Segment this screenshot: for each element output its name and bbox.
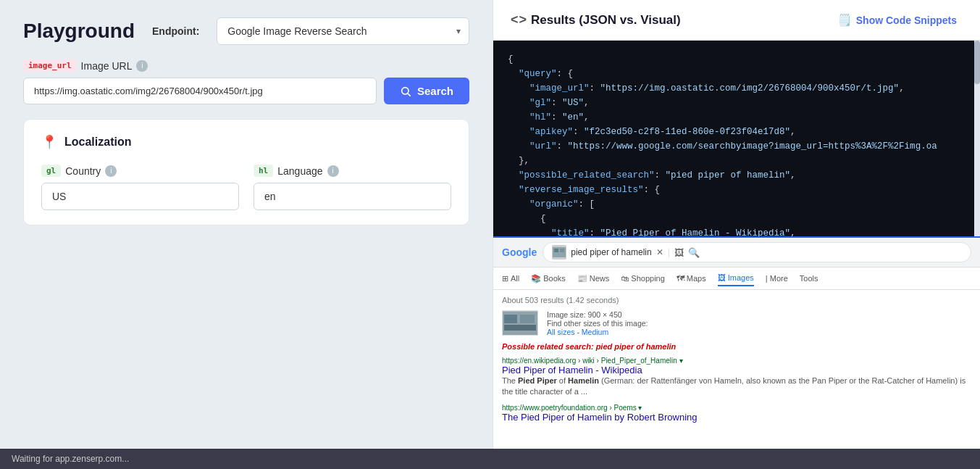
all-icon: ⊞ — [502, 274, 508, 283]
nav-tools[interactable]: Tools — [800, 271, 818, 286]
image-thumbnail — [502, 310, 538, 336]
country-input[interactable] — [41, 183, 239, 210]
news-icon: 📰 — [577, 274, 587, 283]
result-url-1: https://www.poetryfoundation.org › Poems… — [502, 404, 971, 412]
svg-rect-3 — [554, 249, 558, 252]
results-content: { "query": { "image_url": "https://img.o… — [493, 41, 980, 449]
nav-all[interactable]: ⊞ All — [502, 271, 519, 286]
json-scrollbar-thumb[interactable] — [974, 41, 980, 84]
language-field: hl Language i — [254, 165, 451, 210]
show-code-button[interactable]: 🗒️ Show Code Snippets — [832, 10, 963, 30]
country-label: Country — [65, 165, 101, 177]
results-title-row: < > Results (JSON vs. Visual) — [511, 12, 681, 28]
browser-nav: ⊞ All 📚 Books 📰 News 🛍 — [493, 267, 980, 290]
endpoint-select[interactable]: Google Image Reverse Search Google Web S… — [217, 17, 469, 45]
results-header: < > Results (JSON vs. Visual) 🗒️ Show Co… — [493, 0, 980, 41]
image-url-label-row: image_url Image URL i — [23, 59, 469, 72]
search-button-label: Search — [417, 85, 453, 97]
endpoint-label: Endpoint: — [152, 25, 199, 37]
search-icon — [400, 86, 411, 97]
nav-books[interactable]: 📚 Books — [531, 271, 566, 286]
browser-image-icon[interactable]: 🖼 — [674, 247, 684, 258]
result-item-0: https://en.wikipedia.org › wiki › Pied_P… — [502, 357, 971, 398]
localization-header: 📍 Localization — [41, 134, 451, 150]
browser-clear-icon[interactable]: ✕ — [656, 247, 663, 257]
json-scrollbar-track[interactable] — [974, 41, 980, 236]
books-icon: 📚 — [531, 274, 541, 283]
svg-rect-4 — [560, 249, 564, 252]
nav-shopping[interactable]: 🛍 Shopping — [621, 271, 665, 286]
language-badge: hl — [254, 165, 273, 177]
result-title-0[interactable]: Pied Piper of Hamelin - Wikipedia — [502, 365, 971, 375]
result-title-1[interactable]: The Pied Piper of Hamelin by Robert Brow… — [502, 412, 971, 423]
endpoint-select-wrapper: Google Image Reverse Search Google Web S… — [217, 17, 469, 45]
header-row: Playground Endpoint: Google Image Revers… — [23, 17, 469, 45]
maps-icon: 🗺 — [677, 274, 684, 283]
images-icon: 🖼 — [718, 273, 726, 282]
localization-fields: gl Country i hl Language i — [41, 165, 451, 210]
results-stats: About 503 results (1.42 seconds) — [502, 296, 971, 304]
language-info-icon[interactable]: i — [327, 165, 339, 177]
results-title: Results (JSON vs. Visual) — [531, 13, 681, 28]
nav-maps[interactable]: 🗺 Maps — [677, 271, 706, 286]
right-panel: < > Results (JSON vs. Visual) 🗒️ Show Co… — [493, 0, 980, 449]
all-sizes-link[interactable]: All sizes — [547, 328, 575, 336]
json-view: { "query": { "image_url": "https://img.o… — [493, 41, 980, 236]
svg-rect-6 — [504, 315, 517, 323]
svg-line-1 — [408, 94, 411, 96]
country-badge: gl — [41, 165, 61, 177]
image-url-input[interactable] — [23, 78, 377, 104]
image-url-section: image_url Image URL i Search — [23, 59, 469, 104]
language-label: Language — [277, 165, 322, 177]
image-size-label: Image size: 900 × 450 — [547, 310, 648, 319]
status-bar: Waiting for app.zenserp.com... — [0, 449, 980, 469]
nav-news[interactable]: 📰 News — [577, 271, 610, 286]
language-label-row: hl Language i — [254, 165, 451, 177]
browser-search-query: pied piper of hamelin — [571, 247, 651, 257]
image-url-label: Image URL — [81, 60, 133, 72]
browser-mockup: Google pied piper of hamelin ✕ — [493, 238, 980, 449]
search-button[interactable]: Search — [384, 78, 469, 104]
image-result-row: Image size: 900 × 450 Find other sizes o… — [502, 310, 971, 336]
code-snippet-icon: 🗒️ — [837, 13, 852, 27]
nav-images[interactable]: 🖼 Images — [718, 270, 754, 286]
pin-icon: 📍 — [41, 134, 57, 150]
browser-search-box[interactable]: pied piper of hamelin ✕ | 🖼 🔍 — [543, 242, 971, 262]
google-logo: Google — [502, 246, 537, 258]
find-other-sizes: Find other sizes of this image: All size… — [547, 319, 648, 336]
svg-rect-7 — [520, 315, 535, 323]
country-info-icon[interactable]: i — [105, 165, 117, 177]
browser-bar: Google pied piper of hamelin ✕ — [493, 238, 980, 267]
browser-thumb-image — [552, 245, 566, 260]
svg-point-0 — [402, 87, 409, 94]
language-input[interactable] — [254, 183, 451, 210]
possible-search-term: pied piper of hamelin — [596, 342, 677, 351]
medium-size-link[interactable]: Medium — [582, 328, 608, 336]
image-info: Image size: 900 × 450 Find other sizes o… — [547, 310, 648, 336]
json-content: { "query": { "image_url": "https://img.o… — [508, 52, 966, 236]
show-code-label: Show Code Snippets — [856, 14, 957, 26]
result-snippet-0: The Pied Piper of Hamelin (German: der R… — [502, 375, 971, 398]
localization-title: Localization — [64, 136, 131, 149]
shopping-icon: 🛍 — [621, 274, 629, 283]
country-label-row: gl Country i — [41, 165, 239, 177]
left-panel: Playground Endpoint: Google Image Revers… — [0, 0, 493, 449]
browser-search-icon[interactable]: 🔍 — [688, 247, 700, 258]
main-layout: Playground Endpoint: Google Image Revers… — [0, 0, 980, 449]
page-title: Playground — [23, 20, 135, 43]
status-text: Waiting for app.zenserp.com... — [12, 454, 129, 464]
country-field: gl Country i — [41, 165, 239, 210]
image-url-badge: image_url — [23, 59, 77, 72]
code-brackets-icon: < > — [511, 12, 525, 28]
result-url-0: https://en.wikipedia.org › wiki › Pied_P… — [502, 357, 971, 365]
nav-more[interactable]: | More — [766, 271, 788, 286]
result-item-1: https://www.poetryfoundation.org › Poems… — [502, 404, 971, 423]
visual-view: Google pied piper of hamelin ✕ — [493, 236, 980, 449]
search-row: Search — [23, 78, 469, 104]
browser-content: About 503 results (1.42 seconds) — [493, 290, 980, 434]
localization-card: 📍 Localization gl Country i hl Language — [23, 119, 469, 225]
possible-search: Possible related search: pied piper of h… — [502, 342, 971, 351]
image-url-info-icon[interactable]: i — [136, 60, 148, 72]
svg-rect-8 — [504, 325, 536, 331]
